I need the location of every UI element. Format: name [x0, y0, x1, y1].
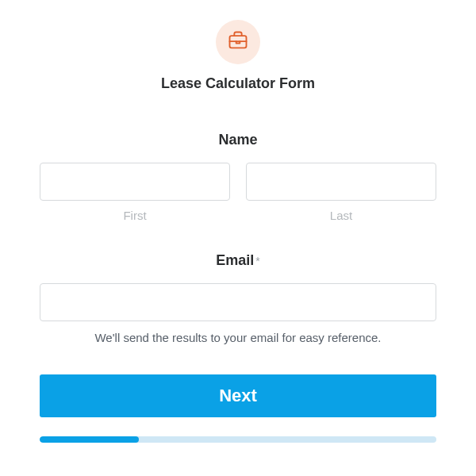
email-input-wrap	[40, 283, 436, 321]
name-label: Name	[40, 132, 436, 148]
email-helper: We'll send the results to your email for…	[40, 331, 436, 344]
name-field-group: Name First Last	[40, 132, 436, 222]
form-title: Lease Calculator Form	[161, 75, 315, 92]
name-row: First Last	[40, 163, 436, 222]
required-mark: *	[255, 255, 259, 267]
next-button[interactable]: Next	[40, 374, 436, 417]
last-name-col: Last	[246, 163, 436, 222]
progress-bar	[40, 436, 436, 443]
last-name-sublabel: Last	[330, 209, 352, 222]
briefcase-icon	[227, 29, 249, 55]
email-field-group: Email* We'll send the results to your em…	[40, 252, 436, 344]
last-name-input[interactable]	[246, 163, 436, 201]
first-name-sublabel: First	[123, 209, 146, 222]
first-name-col: First	[40, 163, 230, 222]
email-label: Email*	[40, 252, 436, 269]
progress-fill	[40, 436, 139, 443]
header-icon-circle	[216, 20, 260, 64]
first-name-input[interactable]	[40, 163, 230, 201]
email-input[interactable]	[40, 283, 436, 321]
form-body: Name First Last Email* We'll send the re…	[40, 132, 436, 443]
email-label-text: Email	[216, 252, 254, 268]
